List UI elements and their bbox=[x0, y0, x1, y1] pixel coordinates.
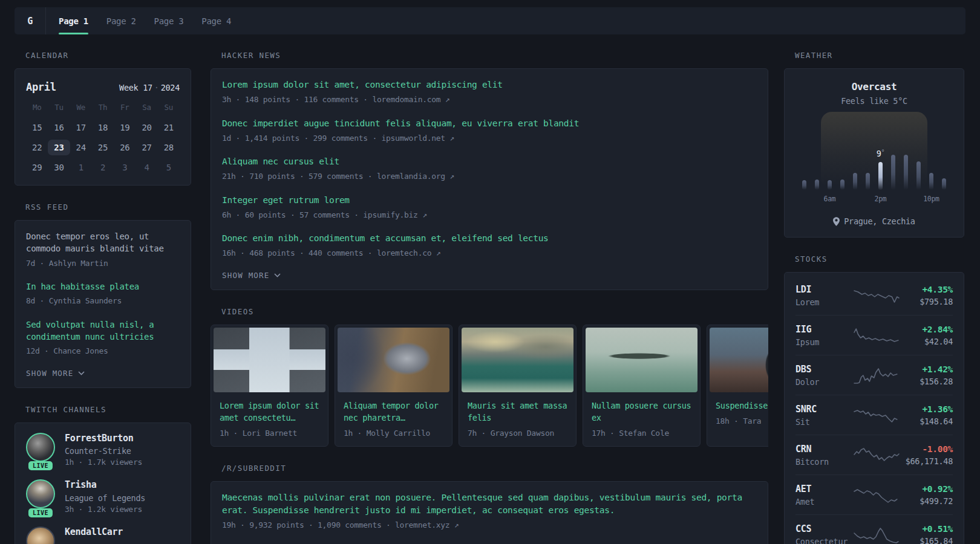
twitch-channel-row[interactable]: KendallCarr bbox=[26, 526, 180, 544]
channel-name[interactable]: ForrestBurton bbox=[65, 433, 142, 445]
video-thumbnail[interactable] bbox=[586, 328, 697, 392]
stocks-card: LDI Lorem +4.35% $795.18 IIG Ips bbox=[784, 272, 964, 544]
stock-row[interactable]: CRN Bitcorn -1.00% $66,171.48 bbox=[795, 435, 953, 475]
app-logo[interactable]: G bbox=[15, 7, 46, 34]
stock-name: Lorem bbox=[795, 297, 854, 307]
hackernews-item-meta[interactable]: 21h · 710 points · 579 comments · loreml… bbox=[222, 170, 757, 183]
hackernews-item-title[interactable]: Aliquam nec cursus elit bbox=[222, 155, 757, 168]
stock-symbol: LDI bbox=[795, 284, 854, 295]
chevron-down-icon bbox=[78, 371, 85, 375]
video-title[interactable]: Nullam posuere cursus ex bbox=[592, 400, 691, 424]
video-card[interactable]: Mauris sit amet massa felis 7h · Grayson… bbox=[459, 325, 577, 447]
stock-name: Bitcorn bbox=[795, 457, 854, 467]
subreddit-post-title[interactable]: Maecenas mollis pulvinar erat non posuer… bbox=[222, 491, 748, 517]
hackernews-widget: HACKER NEWS Lorem ipsum dolor sit amet, … bbox=[211, 51, 768, 290]
calendar-day: 29 bbox=[26, 160, 48, 175]
calendar-day: 4 bbox=[136, 160, 157, 175]
calendar-day: 25 bbox=[92, 140, 114, 155]
hackernews-item-title[interactable]: Donec imperdiet augue tincidunt felis al… bbox=[222, 117, 757, 130]
stock-row[interactable]: LDI Lorem +4.35% $795.18 bbox=[795, 276, 953, 316]
hackernews-item-meta[interactable]: 16h · 468 points · 440 comments · loremt… bbox=[222, 247, 757, 259]
rss-item-title[interactable]: Donec tempor eros leo, ut commodo mauris… bbox=[26, 230, 180, 255]
stock-row[interactable]: IIG Ipsum +2.84% $42.04 bbox=[795, 316, 953, 355]
video-thumbnail[interactable] bbox=[710, 328, 768, 392]
video-card[interactable]: Lorem ipsum dolor sit amet consectetu… 1… bbox=[211, 325, 328, 447]
hackernews-item-meta[interactable]: 6h · 60 points · 57 comments · ipsumify.… bbox=[222, 209, 757, 221]
rss-item-title[interactable]: In hac habitasse platea bbox=[26, 280, 180, 293]
hackernews-item-title[interactable]: Lorem ipsum dolor sit amet, consectetur … bbox=[222, 79, 757, 91]
stock-sparkline bbox=[854, 326, 900, 345]
weather-time-label bbox=[887, 195, 900, 203]
weather-hour-bar bbox=[861, 173, 874, 190]
video-thumbnail[interactable] bbox=[214, 328, 325, 392]
rss-item-title[interactable]: Sed volutpat nulla nisl, a condimentum n… bbox=[26, 319, 180, 343]
calendar-month: April bbox=[26, 81, 56, 93]
weather-hour-bar bbox=[823, 180, 836, 190]
video-title[interactable]: Lorem ipsum dolor sit amet consectetu… bbox=[220, 400, 319, 424]
weather-time-label bbox=[811, 195, 823, 203]
hackernews-item-meta[interactable]: 1d · 1,414 points · 299 comments · ipsum… bbox=[222, 132, 757, 144]
video-title[interactable]: Suspendisse diam bbox=[716, 400, 768, 412]
calendar-day: 27 bbox=[136, 140, 157, 155]
current-temp-label: 9° bbox=[877, 149, 885, 158]
weather-section-label: WEATHER bbox=[795, 51, 964, 60]
stock-name: Dolor bbox=[795, 377, 854, 387]
stock-name: Consectetur bbox=[795, 537, 854, 544]
hackernews-item-meta[interactable]: 3h · 148 points · 116 comments · loremdo… bbox=[222, 94, 757, 106]
calendar-grid: MoTuWeThFrSaSu 1516171819202122232425262… bbox=[26, 103, 180, 175]
stock-change: +4.35% bbox=[900, 285, 953, 294]
hackernews-item-title[interactable]: Donec enim nibh, condimentum et accumsan… bbox=[222, 232, 757, 245]
channel-name[interactable]: Trisha bbox=[65, 479, 145, 491]
hackernews-item: Donec imperdiet augue tincidunt felis al… bbox=[222, 117, 757, 144]
video-card[interactable]: Aliquam tempor dolor nec pharetra… 1h · … bbox=[335, 325, 452, 447]
channel-name[interactable]: KendallCarr bbox=[65, 526, 123, 539]
rss-item: In hac habitasse platea 8d · Cynthia Sau… bbox=[26, 280, 180, 307]
video-thumbnail[interactable] bbox=[462, 328, 573, 392]
calendar-card: April Week 17·2024 MoTuWeThFrSaSu 151617… bbox=[15, 68, 191, 186]
video-meta: 1h · Lori Barnett bbox=[220, 429, 319, 438]
stock-sparkline bbox=[854, 406, 900, 424]
tab-page-4[interactable]: Page 4 bbox=[192, 7, 240, 34]
stock-symbol: AET bbox=[795, 484, 854, 494]
stock-row[interactable]: DBS Dolor +1.42% $156.28 bbox=[795, 355, 953, 395]
stock-change: +2.84% bbox=[900, 325, 953, 334]
stock-sparkline bbox=[854, 366, 900, 384]
tab-page-1[interactable]: Page 1 bbox=[50, 7, 97, 34]
twitch-section-label: TWITCH CHANNELS bbox=[25, 405, 191, 414]
subreddit-post-meta[interactable]: 19h · 9,932 points · 1,090 comments · lo… bbox=[222, 519, 757, 531]
stock-row[interactable]: SNRC Sit +1.36% $148.64 bbox=[795, 395, 953, 435]
tab-page-3[interactable]: Page 3 bbox=[145, 7, 193, 34]
rss-card: Donec tempor eros leo, ut commodo mauris… bbox=[15, 220, 191, 388]
video-title[interactable]: Mauris sit amet massa felis bbox=[468, 400, 567, 424]
video-thumbnail[interactable] bbox=[338, 328, 449, 392]
location-pin-icon bbox=[833, 217, 840, 226]
twitch-channel-row[interactable]: LIVE Trisha League of Legends 3h · 1.2k … bbox=[26, 479, 180, 514]
calendar-day: 5 bbox=[158, 160, 180, 175]
rss-widget: RSS FEED Donec tempor eros leo, ut commo… bbox=[15, 202, 191, 388]
dashboard-page: G Page 1 Page 2 Page 3 Page 4 CALENDAR A… bbox=[0, 0, 980, 544]
rss-show-more-button[interactable]: SHOW MORE bbox=[26, 369, 180, 378]
video-title[interactable]: Aliquam tempor dolor nec pharetra… bbox=[344, 400, 443, 424]
video-meta: 1h · Molly Carrillo bbox=[344, 429, 443, 438]
tab-page-2[interactable]: Page 2 bbox=[97, 7, 145, 34]
stock-row[interactable]: CCS Consectetur +0.51% $165.84 bbox=[795, 515, 953, 544]
stocks-section-label: STOCKS bbox=[795, 254, 964, 264]
stock-row[interactable]: AET Amet +0.92% $499.72 bbox=[795, 475, 953, 515]
video-card[interactable]: Nullam posuere cursus ex 17h · Stefan Co… bbox=[583, 325, 701, 447]
twitch-channel-row[interactable]: LIVE ForrestBurton Counter-Strike 1h · 1… bbox=[26, 433, 180, 467]
channel-category: Counter-Strike bbox=[65, 446, 142, 456]
stock-name: Ipsum bbox=[795, 337, 854, 347]
videos-section-label: VIDEOS bbox=[221, 307, 768, 316]
hackernews-item: Donec enim nibh, condimentum et accumsan… bbox=[222, 232, 757, 259]
subreddit-widget: /R/SUBREDDIT Maecenas mollis pulvinar er… bbox=[211, 464, 768, 544]
weather-hour-bar bbox=[836, 180, 849, 190]
weather-location: Prague, Czechia bbox=[795, 216, 953, 226]
video-card[interactable]: Suspendisse diam 18h · Tara bbox=[707, 325, 768, 447]
weather-hour-bar bbox=[938, 178, 950, 190]
hackernews-show-more-button[interactable]: SHOW MORE bbox=[222, 271, 757, 280]
hackernews-item-title[interactable]: Integer eget rutrum lorem bbox=[222, 194, 757, 207]
weather-time-label bbox=[900, 195, 912, 203]
calendar-widget: CALENDAR April Week 17·2024 MoTuWeThFrSa… bbox=[15, 51, 191, 186]
rss-item: Donec tempor eros leo, ut commodo mauris… bbox=[26, 230, 180, 269]
calendar-day: 3 bbox=[114, 160, 136, 175]
